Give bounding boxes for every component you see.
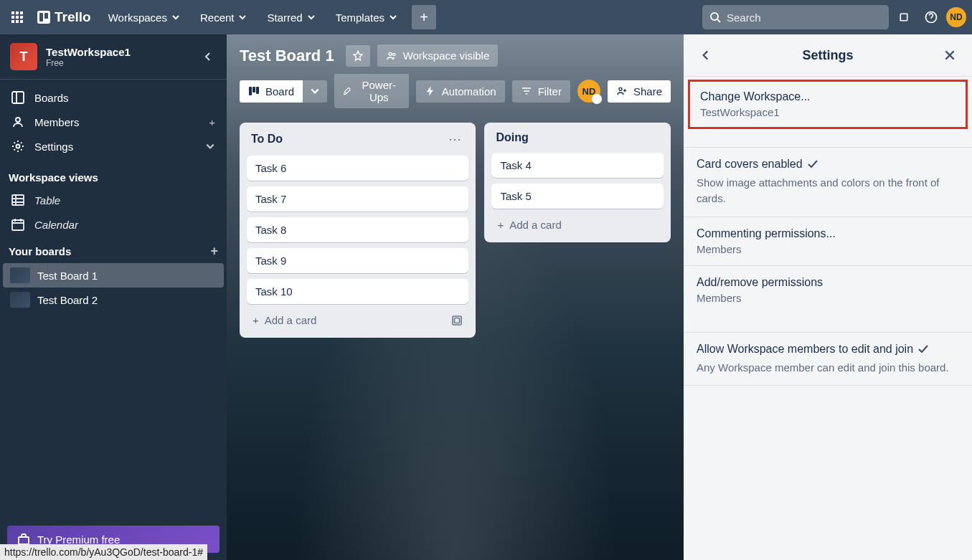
board-link-2[interactable]: Test Board 2 <box>3 288 224 312</box>
add-board-button[interactable]: + <box>210 244 218 259</box>
svg-rect-8 <box>20 20 23 23</box>
calendar-icon <box>11 218 24 231</box>
commenting-section[interactable]: Commenting permissions... Members <box>684 217 972 266</box>
settings-expand-icon[interactable] <box>205 141 215 151</box>
sidebar-item-boards[interactable]: Boards <box>0 85 227 110</box>
filter-icon <box>521 85 532 97</box>
board-view-icon <box>248 85 260 97</box>
svg-rect-6 <box>11 20 14 23</box>
notifications-icon[interactable] <box>892 5 916 29</box>
check-icon <box>917 343 929 355</box>
board-area: Test Board 1 Workspace visible Board <box>227 34 684 560</box>
search-input[interactable] <box>727 11 882 24</box>
nav-workspaces[interactable]: Workspaces <box>100 7 189 28</box>
star-board-button[interactable] <box>346 45 370 67</box>
chevron-down-icon <box>238 13 247 22</box>
add-card-button[interactable]: + Add a card <box>491 214 664 235</box>
commenting-label: Commenting permissions... <box>697 227 959 240</box>
change-workspace-label: Change Workspace... <box>700 90 956 103</box>
share-button[interactable]: Share <box>608 80 671 103</box>
svg-rect-7 <box>16 20 19 23</box>
powerups-button[interactable]: Power-Ups <box>334 74 409 108</box>
apps-menu-icon[interactable] <box>6 6 29 29</box>
add-card-button[interactable]: + Add a card <box>247 310 468 331</box>
settings-title: Settings <box>715 48 940 63</box>
create-button[interactable]: + <box>412 5 436 29</box>
addremove-label: Add/remove permissions <box>697 276 959 289</box>
card-covers-desc: Show image attachments and colors on the… <box>697 175 959 207</box>
workspace-name: TestWorkspace1 <box>46 46 191 58</box>
nav-recent[interactable]: Recent <box>192 7 256 28</box>
gear-icon <box>11 140 24 153</box>
commenting-value: Members <box>697 243 959 255</box>
card[interactable]: Task 9 <box>247 248 468 273</box>
trello-logo-text: Trello <box>55 9 91 25</box>
allow-edit-section[interactable]: Allow Workspace members to edit and join… <box>684 333 972 386</box>
svg-rect-21 <box>256 87 259 94</box>
svg-rect-24 <box>455 318 460 323</box>
addremove-section[interactable]: Add/remove permissions Members <box>684 266 972 314</box>
svg-rect-20 <box>253 87 255 92</box>
board-view-button[interactable]: Board <box>240 80 303 103</box>
table-icon <box>11 194 24 207</box>
change-workspace-section[interactable]: Change Workspace... TestWorkspace1 <box>688 80 968 129</box>
svg-rect-19 <box>249 87 252 95</box>
chevron-down-icon <box>307 13 316 22</box>
svg-rect-1 <box>16 11 19 14</box>
card[interactable]: Task 6 <box>247 156 468 181</box>
card[interactable]: Task 8 <box>247 217 468 242</box>
change-workspace-value: TestWorkspace1 <box>700 106 956 118</box>
settings-back-button[interactable] <box>697 46 715 65</box>
view-table[interactable]: Table <box>0 188 227 212</box>
topbar: Trello Workspaces Recent Starred Templat… <box>0 0 972 34</box>
list-todo: To Do ⋯ Task 6 Task 7 Task 8 Task 9 Task… <box>240 123 476 338</box>
svg-point-18 <box>392 53 395 55</box>
view-switcher: Board <box>240 80 327 103</box>
svg-rect-16 <box>19 537 29 544</box>
search-icon <box>709 11 721 23</box>
svg-rect-15 <box>12 220 24 230</box>
automation-button[interactable]: Automation <box>416 80 505 103</box>
trello-logo[interactable]: Trello <box>32 9 97 25</box>
visibility-button[interactable]: Workspace visible <box>377 44 499 67</box>
view-switcher-dropdown[interactable] <box>303 80 327 103</box>
filter-button[interactable]: Filter <box>512 80 570 103</box>
svg-rect-14 <box>12 195 24 205</box>
svg-rect-4 <box>16 16 19 19</box>
template-icon[interactable] <box>451 315 463 326</box>
plus-icon: + <box>253 314 259 326</box>
list-title[interactable]: Doing <box>496 131 659 144</box>
account-avatar[interactable]: ND <box>946 7 966 27</box>
card[interactable]: Task 7 <box>247 186 468 212</box>
list-doing: Doing Task 4 Task 5 + Add a card <box>484 123 671 242</box>
nav-starred[interactable]: Starred <box>258 7 324 28</box>
card[interactable]: Task 10 <box>247 279 468 304</box>
nav-templates[interactable]: Templates <box>327 7 406 28</box>
board-link-1[interactable]: Test Board 1 <box>3 263 224 288</box>
card[interactable]: Task 4 <box>491 153 664 178</box>
list-menu-button[interactable]: ⋯ <box>445 131 464 147</box>
card[interactable]: Task 5 <box>491 184 664 209</box>
search-box[interactable] <box>702 5 889 29</box>
collapse-sidebar-button[interactable] <box>199 48 217 65</box>
lists-container: To Do ⋯ Task 6 Task 7 Task 8 Task 9 Task… <box>227 115 684 345</box>
sidebar-item-settings[interactable]: Settings <box>0 134 227 158</box>
add-member-button[interactable]: + <box>209 116 215 128</box>
settings-close-button[interactable] <box>940 46 959 65</box>
card-covers-section[interactable]: Card covers enabled Show image attachmen… <box>684 148 972 217</box>
your-boards-heading: Your boards + <box>0 237 227 263</box>
board-thumb-icon <box>10 292 30 308</box>
view-calendar[interactable]: Calendar <box>0 212 227 237</box>
svg-point-12 <box>16 118 20 122</box>
list-title[interactable]: To Do <box>251 133 445 146</box>
help-icon[interactable] <box>919 5 943 29</box>
board-member-avatar[interactable]: ND <box>577 80 600 103</box>
sidebar-item-members[interactable]: Members + <box>0 110 227 134</box>
svg-point-22 <box>619 87 622 90</box>
board-title[interactable]: Test Board 1 <box>240 47 339 65</box>
svg-rect-0 <box>11 11 14 14</box>
bolt-icon <box>425 85 436 97</box>
svg-point-13 <box>16 145 20 148</box>
addremove-value: Members <box>697 292 959 304</box>
status-bar-url: https://trello.com/b/yAu3QGoD/test-board… <box>0 544 207 560</box>
